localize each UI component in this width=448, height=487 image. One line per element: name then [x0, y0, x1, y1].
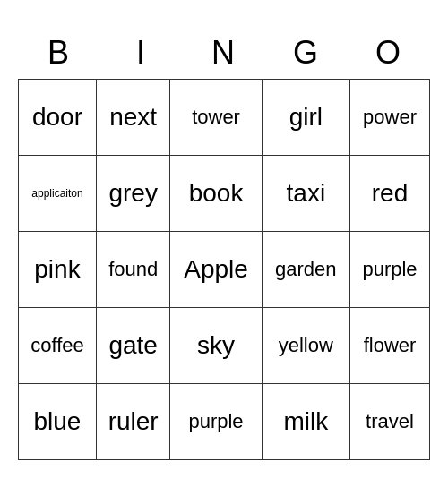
cell-text: grey	[100, 179, 166, 208]
cell-r0-c3: girl	[262, 80, 349, 156]
cell-r1-c1: grey	[96, 156, 169, 232]
cell-text: power	[354, 106, 426, 129]
cell-text: purple	[354, 258, 426, 281]
cell-r3-c3: yellow	[262, 308, 349, 384]
cell-text: next	[100, 103, 166, 132]
cell-r2-c2: Apple	[170, 232, 262, 308]
cell-r4-c1: ruler	[96, 384, 169, 460]
cell-r2-c0: pink	[19, 232, 97, 308]
cell-text: door	[22, 103, 92, 132]
cell-r2-c3: garden	[262, 232, 349, 308]
cell-r3-c2: sky	[170, 308, 262, 384]
table-row: pinkfoundApplegardenpurple	[19, 232, 430, 308]
header-letter-b: B	[18, 27, 100, 79]
cell-r4-c0: blue	[19, 384, 97, 460]
cell-text: found	[100, 258, 166, 281]
cell-text: flower	[354, 334, 426, 357]
cell-text: garden	[266, 258, 346, 281]
cell-r4-c2: purple	[170, 384, 262, 460]
cell-text: yellow	[266, 334, 346, 357]
cell-text: sky	[174, 331, 257, 360]
cell-r0-c1: next	[96, 80, 169, 156]
cell-r2-c4: purple	[349, 232, 429, 308]
cell-r4-c3: milk	[262, 384, 349, 460]
cell-r4-c4: travel	[349, 384, 429, 460]
bingo-card-container: BINGO doornexttowergirlpowerapplicaitong…	[18, 27, 430, 460]
cell-r0-c0: door	[19, 80, 97, 156]
cell-r0-c2: tower	[170, 80, 262, 156]
cell-r2-c1: found	[96, 232, 169, 308]
header-letter-i: I	[100, 27, 183, 79]
cell-text: pink	[22, 255, 92, 284]
cell-r1-c3: taxi	[262, 156, 349, 232]
table-row: coffeegateskyyellowflower	[19, 308, 430, 384]
bingo-grid: doornexttowergirlpowerapplicaitongreyboo…	[18, 79, 430, 460]
table-row: doornexttowergirlpower	[19, 80, 430, 156]
cell-r1-c2: book	[170, 156, 262, 232]
cell-text: ruler	[100, 407, 166, 436]
cell-r1-c4: red	[349, 156, 429, 232]
cell-r1-c0: applicaiton	[19, 156, 97, 232]
cell-r3-c1: gate	[96, 308, 169, 384]
cell-text: purple	[174, 410, 257, 433]
table-row: applicaitongreybooktaxired	[19, 156, 430, 232]
header-letter-n: N	[183, 27, 265, 79]
header-letter-o: O	[348, 27, 430, 79]
cell-r0-c4: power	[349, 80, 429, 156]
cell-text: milk	[266, 407, 346, 436]
cell-text: gate	[100, 331, 166, 360]
cell-text: book	[174, 179, 257, 208]
table-row: bluerulerpurplemilktravel	[19, 384, 430, 460]
cell-text: Apple	[174, 255, 257, 284]
cell-text: coffee	[22, 334, 92, 357]
cell-text: applicaiton	[22, 187, 92, 200]
cell-text: taxi	[266, 179, 346, 208]
cell-text: travel	[354, 410, 426, 433]
cell-text: red	[354, 179, 426, 208]
cell-text: girl	[266, 103, 346, 132]
header-letter-g: G	[265, 27, 348, 79]
cell-r3-c4: flower	[349, 308, 429, 384]
bingo-header: BINGO	[18, 27, 430, 79]
cell-text: tower	[174, 106, 257, 129]
cell-text: blue	[22, 407, 92, 436]
cell-r3-c0: coffee	[19, 308, 97, 384]
